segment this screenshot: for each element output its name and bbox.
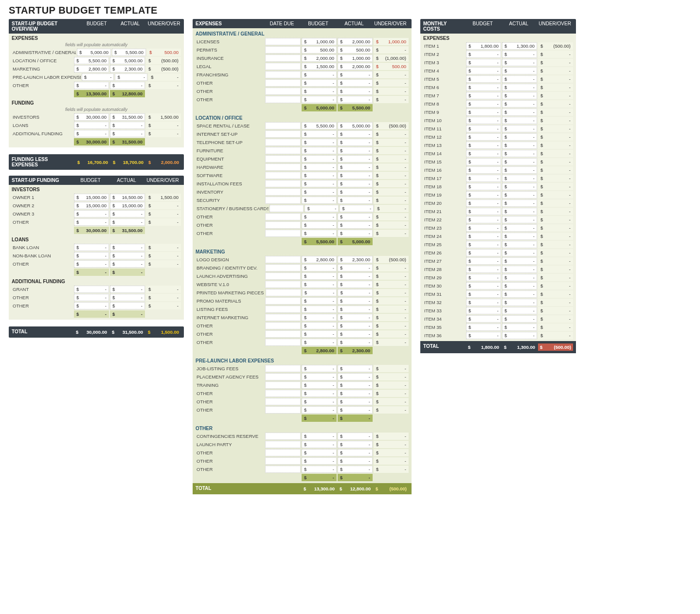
- money-cell[interactable]: $-: [374, 373, 409, 380]
- money-cell[interactable]: $-: [374, 281, 409, 288]
- money-cell[interactable]: $-: [146, 130, 181, 137]
- date-cell[interactable]: [265, 213, 301, 220]
- money-cell[interactable]: $-: [302, 441, 337, 448]
- money-cell[interactable]: $-: [538, 332, 573, 339]
- money-cell[interactable]: $-: [302, 79, 337, 87]
- money-cell[interactable]: $-: [466, 199, 501, 207]
- money-cell[interactable]: $-: [466, 75, 501, 83]
- date-cell[interactable]: [265, 281, 301, 288]
- money-cell[interactable]: $-: [502, 324, 537, 331]
- money-cell[interactable]: $-: [338, 230, 373, 237]
- money-cell[interactable]: $-: [302, 415, 337, 422]
- money-cell[interactable]: $-: [502, 133, 537, 141]
- money-cell[interactable]: $-: [302, 147, 337, 154]
- money-cell[interactable]: $-: [74, 244, 109, 251]
- money-cell[interactable]: $-: [338, 398, 373, 405]
- money-cell[interactable]: $2,300.00: [338, 256, 373, 263]
- money-cell[interactable]: $-: [74, 210, 109, 217]
- money-cell[interactable]: $(1,000.00): [374, 54, 409, 62]
- money-cell[interactable]: $-: [502, 315, 537, 323]
- money-cell[interactable]: $2,800.00: [302, 256, 337, 263]
- date-cell[interactable]: [265, 373, 301, 380]
- money-cell[interactable]: $-: [502, 142, 537, 149]
- money-cell[interactable]: $-: [538, 51, 573, 58]
- money-cell[interactable]: $-: [374, 306, 409, 313]
- date-cell[interactable]: [265, 88, 301, 95]
- money-cell[interactable]: $-: [466, 241, 501, 248]
- money-cell[interactable]: $-: [466, 59, 501, 66]
- money-cell[interactable]: $(500.00): [538, 42, 573, 50]
- date-cell[interactable]: [265, 272, 301, 280]
- money-cell[interactable]: $-: [502, 216, 537, 223]
- money-cell[interactable]: $-: [538, 84, 573, 91]
- money-cell[interactable]: $-: [302, 213, 337, 220]
- money-cell[interactable]: $-: [302, 365, 337, 372]
- date-cell[interactable]: [265, 180, 301, 187]
- money-cell[interactable]: $-: [502, 290, 537, 298]
- money-cell[interactable]: $15,000.00: [110, 202, 145, 209]
- money-cell[interactable]: $-: [466, 274, 501, 281]
- date-cell[interactable]: [265, 466, 301, 473]
- money-cell[interactable]: $-: [466, 84, 501, 91]
- date-cell[interactable]: [265, 322, 301, 329]
- money-cell[interactable]: $-: [502, 332, 537, 339]
- money-cell[interactable]: $12,800.00: [110, 90, 145, 97]
- money-cell[interactable]: $-: [338, 339, 373, 346]
- money-cell[interactable]: $-: [74, 269, 109, 276]
- date-cell[interactable]: [266, 289, 301, 296]
- money-cell[interactable]: $-: [374, 365, 409, 372]
- money-cell[interactable]: $-: [466, 266, 501, 273]
- money-cell[interactable]: $-: [374, 406, 409, 414]
- money-cell[interactable]: $-: [466, 233, 501, 240]
- money-cell[interactable]: $30,000.00: [74, 227, 109, 234]
- money-cell[interactable]: $-: [338, 330, 373, 338]
- money-cell[interactable]: $-: [110, 252, 145, 259]
- date-cell[interactable]: [265, 339, 301, 346]
- money-cell[interactable]: $-: [302, 306, 337, 313]
- money-cell[interactable]: $-: [466, 125, 501, 132]
- money-cell[interactable]: $-: [538, 290, 573, 298]
- money-cell[interactable]: $31,500.00: [110, 227, 145, 234]
- money-cell[interactable]: $-: [374, 381, 409, 389]
- date-cell[interactable]: [265, 155, 301, 163]
- money-cell[interactable]: $-: [538, 233, 573, 240]
- money-cell[interactable]: $-: [302, 172, 337, 179]
- date-cell[interactable]: [265, 390, 301, 397]
- date-cell[interactable]: [265, 172, 301, 179]
- money-cell[interactable]: $-: [466, 191, 501, 199]
- money-cell[interactable]: $-: [338, 415, 373, 422]
- date-cell[interactable]: [265, 230, 301, 237]
- money-cell[interactable]: $-: [338, 466, 373, 473]
- money-cell[interactable]: $-: [338, 155, 373, 163]
- money-cell[interactable]: $-: [538, 299, 573, 306]
- money-cell[interactable]: $-: [502, 257, 537, 265]
- money-cell[interactable]: $-: [338, 197, 373, 204]
- date-cell[interactable]: [265, 46, 301, 54]
- date-cell[interactable]: [265, 264, 301, 271]
- money-cell[interactable]: $-: [110, 260, 145, 268]
- money-cell[interactable]: $1,500.00: [146, 113, 181, 121]
- money-cell[interactable]: $-: [502, 100, 537, 108]
- money-cell[interactable]: $-: [338, 139, 373, 146]
- money-cell[interactable]: $-: [502, 150, 537, 157]
- money-cell[interactable]: $-: [502, 183, 537, 190]
- money-cell[interactable]: $-: [538, 324, 573, 331]
- money-cell[interactable]: $-: [502, 59, 537, 66]
- money-cell[interactable]: $-: [502, 117, 537, 124]
- money-cell[interactable]: $-: [302, 449, 337, 456]
- money-cell[interactable]: $-: [374, 46, 409, 54]
- date-cell[interactable]: [265, 130, 301, 138]
- money-cell[interactable]: $-: [110, 286, 145, 293]
- money-cell[interactable]: $-: [538, 67, 573, 74]
- money-cell[interactable]: $-: [146, 302, 181, 309]
- date-cell[interactable]: [265, 365, 301, 372]
- money-cell[interactable]: $-: [466, 108, 501, 116]
- money-cell[interactable]: $-: [374, 155, 409, 163]
- money-cell[interactable]: $-: [338, 172, 373, 179]
- money-cell[interactable]: $-: [338, 441, 373, 448]
- money-cell[interactable]: $-: [302, 339, 337, 346]
- money-cell[interactable]: $2,300.00: [110, 65, 145, 72]
- money-cell[interactable]: $-: [374, 297, 409, 305]
- money-cell[interactable]: $5,500.00: [74, 57, 109, 64]
- money-cell[interactable]: $-: [538, 125, 573, 132]
